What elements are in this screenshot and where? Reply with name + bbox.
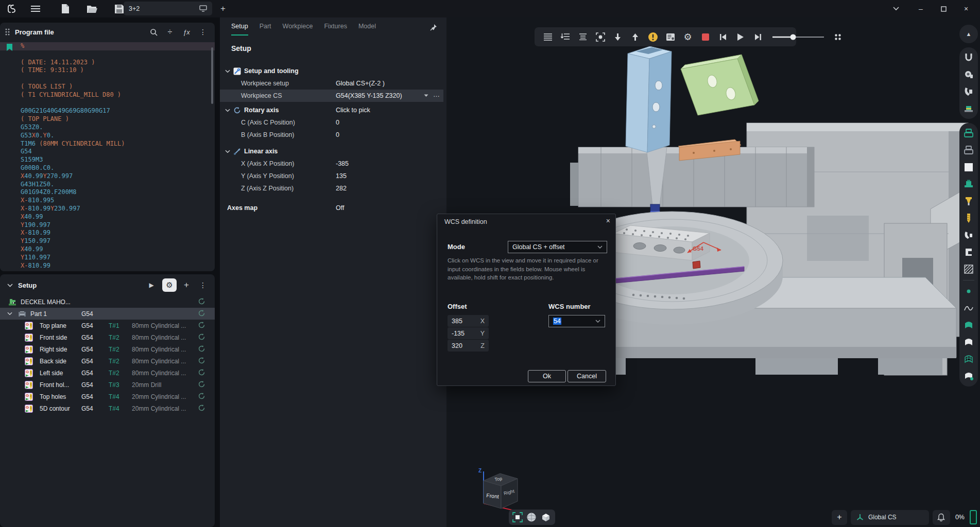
fixture-vise-icon[interactable] bbox=[962, 178, 975, 190]
tool-cone-icon[interactable] bbox=[962, 195, 975, 207]
tree-row-front-side[interactable]: GFront sideG54T#280mm Cylindrical ... bbox=[0, 331, 215, 343]
gcode-line[interactable] bbox=[0, 99, 215, 108]
gcode-line[interactable] bbox=[0, 75, 215, 83]
property-row-x-axis-x-position[interactable]: X (Axis X Position)-385 bbox=[220, 157, 443, 170]
collapse-rail-button[interactable]: ▲ bbox=[959, 25, 978, 43]
tree-row-top-plane[interactable]: GTop planeG54T#180mm Cylindrical ... bbox=[0, 320, 215, 331]
property-row-rotary-axis[interactable]: Rotary axisClick to pick bbox=[220, 104, 443, 116]
gcode-line[interactable]: X40.99 bbox=[0, 213, 215, 221]
titlebar-dropdown-chevron[interactable] bbox=[886, 0, 906, 17]
document-tab[interactable]: 3+2 bbox=[124, 2, 212, 15]
goto-line-icon[interactable]: ÷ bbox=[163, 26, 177, 38]
tree-row-right-side[interactable]: GRight sideG54T#280mm Cylindrical ... bbox=[0, 343, 215, 355]
property-row-c-axis-c-position[interactable]: C (Axis C Position)0 bbox=[220, 116, 443, 129]
surface-point-icon[interactable] bbox=[962, 370, 975, 382]
search-icon[interactable] bbox=[147, 26, 160, 38]
report-panel-icon[interactable] bbox=[663, 30, 677, 44]
gcode-line[interactable]: X40.99 bbox=[0, 245, 215, 254]
property-row-z-axis-z-position[interactable]: Z (Axis Z Position)282 bbox=[220, 182, 443, 195]
surface-plain-icon[interactable] bbox=[962, 336, 975, 348]
select-frame-icon[interactable] bbox=[512, 512, 523, 522]
new-file-button[interactable] bbox=[57, 2, 74, 15]
gcode-line[interactable]: G01G94Z0.F200M8 bbox=[0, 188, 215, 197]
gcode-line[interactable]: G00B0.C0. bbox=[0, 164, 215, 172]
main-menu-button[interactable] bbox=[27, 2, 44, 15]
speed-slider[interactable] bbox=[771, 33, 825, 41]
settings-gear-icon[interactable]: ⚙ bbox=[681, 30, 695, 44]
add-cs-button[interactable]: + bbox=[832, 510, 847, 525]
gcode-line[interactable]: ( DATE: 14.11.2023 ) bbox=[0, 59, 215, 67]
tree-row-left-side[interactable]: GLeft sideG54T#280mm Cylindrical ... bbox=[0, 367, 215, 379]
gcode-line[interactable]: G54 bbox=[0, 148, 215, 156]
machine-hidden-icon[interactable] bbox=[962, 144, 975, 156]
all-lines-icon[interactable] bbox=[541, 30, 555, 44]
hatch-material-icon[interactable] bbox=[962, 263, 975, 275]
dropdown-caret-icon[interactable] bbox=[424, 94, 428, 97]
machine-visible-icon[interactable] bbox=[962, 127, 975, 139]
kebab-menu-icon[interactable]: ⋮ bbox=[196, 26, 210, 38]
drag-handle-icon[interactable] bbox=[5, 28, 10, 36]
gcode-line[interactable]: X-810.99 bbox=[0, 229, 215, 237]
skip-to-start-icon[interactable] bbox=[716, 30, 730, 44]
magnet-snap-icon[interactable] bbox=[962, 51, 975, 64]
editor-scrollbar[interactable] bbox=[211, 47, 213, 104]
tab-part[interactable]: Part bbox=[260, 23, 271, 36]
gcode-line[interactable]: G53X0.Y0. bbox=[0, 132, 215, 140]
skip-to-end-icon[interactable] bbox=[751, 30, 765, 44]
more-options-icon[interactable]: ⋯ bbox=[433, 92, 440, 100]
function-icon[interactable]: ƒx bbox=[180, 26, 193, 38]
solid-box-icon[interactable] bbox=[540, 512, 552, 522]
focus-selection-icon[interactable] bbox=[593, 30, 607, 44]
global-cs-button[interactable]: Global CS bbox=[851, 510, 929, 525]
gcode-line[interactable]: X-810.99Y230.997 bbox=[0, 205, 215, 213]
selected-lines-icon[interactable] bbox=[576, 30, 590, 44]
gcode-line[interactable]: Y150.997 bbox=[0, 237, 215, 245]
step-up-icon[interactable] bbox=[628, 30, 642, 44]
notifications-bell-icon[interactable] bbox=[933, 510, 950, 525]
gcode-line[interactable]: G00G21G40G49G69G80G90G17 bbox=[0, 107, 215, 115]
property-row-setup-and-tooling[interactable]: Setup and tooling bbox=[220, 65, 443, 77]
simulate-play-icon[interactable]: ▶ bbox=[145, 279, 158, 291]
tree-row-back-side[interactable]: GBack sideG54T#280mm Cylindrical ... bbox=[0, 355, 215, 367]
wcs-number-combo[interactable]: 54 bbox=[548, 315, 605, 327]
collapse-chevron-icon[interactable] bbox=[225, 69, 230, 73]
expand-chevron-icon[interactable] bbox=[7, 312, 12, 315]
collapse-chevron-icon[interactable] bbox=[225, 109, 230, 112]
vise-gradient-icon[interactable] bbox=[962, 102, 975, 115]
shaded-sphere-icon[interactable] bbox=[526, 512, 537, 522]
minimize-button[interactable]: – bbox=[911, 0, 931, 17]
kebab-menu-icon[interactable]: ⋮ bbox=[196, 279, 210, 291]
loop-sync-icon[interactable] bbox=[198, 297, 207, 307]
caliper-icon[interactable] bbox=[962, 85, 975, 98]
tab-workpiece[interactable]: Workpiece bbox=[283, 23, 313, 36]
dialog-close-icon[interactable]: × bbox=[606, 217, 610, 225]
close-button[interactable]: × bbox=[956, 0, 976, 17]
gcode-line[interactable]: ( T1 CYLINDRICAL_MILL D80 ) bbox=[0, 91, 215, 99]
property-row-axes-map[interactable]: Axes mapOff bbox=[220, 202, 443, 214]
gcode-line[interactable]: T1M6 (80MM CYLINDRICAL MILL) bbox=[0, 140, 215, 148]
tab-setup[interactable]: Setup bbox=[231, 23, 248, 36]
gcode-line[interactable] bbox=[0, 50, 215, 59]
tree-row-deckel-maho[interactable]: DECKEL MAHO... bbox=[0, 296, 215, 308]
stop-icon[interactable] bbox=[698, 30, 712, 44]
curve-icon[interactable] bbox=[962, 302, 975, 314]
layout-dots-icon[interactable] bbox=[831, 30, 845, 44]
gcode-line[interactable]: G43H1Z50. bbox=[0, 181, 215, 189]
gcode-line[interactable]: ( TOOLS LIST ) bbox=[0, 83, 215, 91]
g54-marker-label[interactable]: G54 bbox=[693, 245, 703, 252]
collapse-chevron-icon[interactable] bbox=[7, 284, 13, 287]
loop-sync-icon[interactable] bbox=[198, 333, 207, 342]
warning-icon[interactable] bbox=[646, 30, 660, 44]
property-row-linear-axis[interactable]: Linear axis bbox=[220, 145, 443, 157]
gcode-line[interactable]: X-810.99 bbox=[0, 262, 215, 270]
gcode-line[interactable]: G53Z0. bbox=[0, 124, 215, 132]
loop-sync-icon[interactable] bbox=[198, 392, 207, 401]
open-file-button[interactable] bbox=[83, 2, 101, 15]
tool-holder-icon[interactable] bbox=[962, 68, 975, 81]
property-row-b-axis-b-position[interactable]: B (Axis B Position)0 bbox=[220, 129, 443, 141]
collapse-chevron-icon[interactable] bbox=[225, 150, 230, 153]
property-row-y-axis-y-position[interactable]: Y (Axis Y Position)135 bbox=[220, 170, 443, 182]
tree-row-top-holes[interactable]: GTop holesG54T#420mm Cylindrical ... bbox=[0, 391, 215, 402]
loop-sync-icon[interactable] bbox=[198, 321, 207, 330]
new-tab-button[interactable]: + bbox=[216, 2, 230, 15]
